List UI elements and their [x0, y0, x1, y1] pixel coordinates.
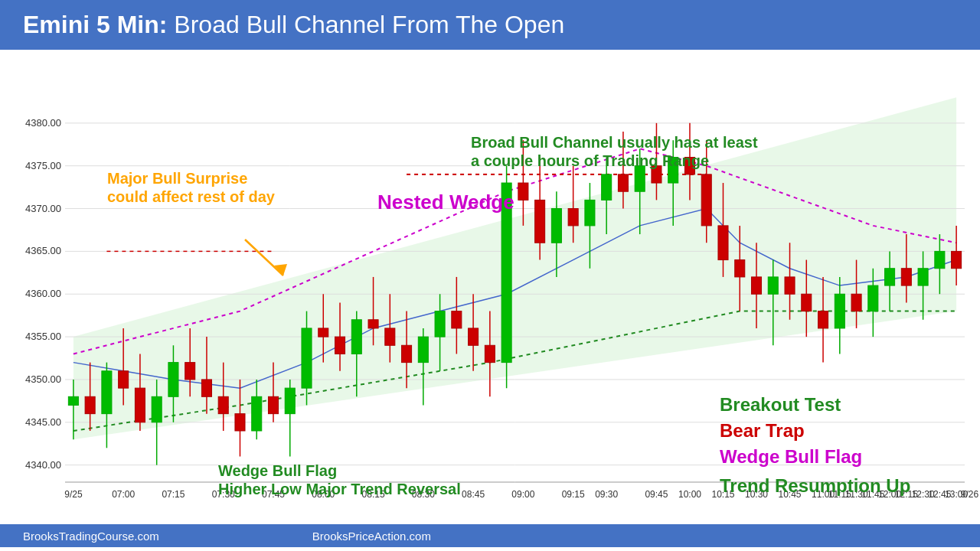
header-normal: Broad Bull Channel From The Open: [167, 11, 564, 38]
footer: BrooksTradingCourse.com BrooksPriceActio…: [0, 524, 980, 547]
main-chart: [0, 50, 980, 524]
footer-left: BrooksTradingCourse.com: [23, 530, 159, 543]
header-bold: Emini 5 Min:: [23, 11, 167, 38]
footer-right: BrooksPriceAction.com: [312, 530, 431, 543]
page-header: Emini 5 Min: Broad Bull Channel From The…: [0, 0, 980, 50]
chart-area: [0, 50, 980, 524]
